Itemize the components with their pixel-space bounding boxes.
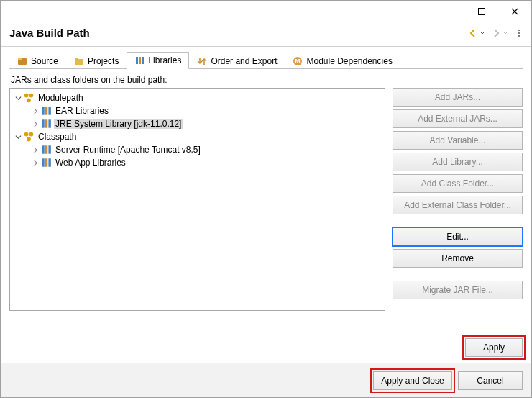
apply-and-close-button[interactable]: Apply and Close [373, 371, 452, 390]
library-icon [40, 144, 52, 155]
library-icon [40, 118, 52, 130]
tree-node-server[interactable]: Server Runtime [Apache Tomcat v8.5] [10, 143, 385, 156]
libraries-icon [134, 55, 145, 65]
library-icon [40, 105, 52, 117]
tree-label: Web App Libraries [54, 158, 127, 168]
svg-rect-21 [48, 119, 50, 127]
remove-button[interactable]: Remove [393, 249, 523, 268]
svg-rect-18 [48, 107, 50, 114]
add-library-button[interactable]: Add Library... [393, 153, 523, 171]
svg-point-14 [29, 94, 34, 98]
tree-node-jre[interactable]: JRE System Library [jdk-11.0.12] [10, 117, 385, 130]
chevron-down-icon[interactable] [13, 93, 23, 103]
svg-point-2 [518, 32, 520, 34]
classpath-icon [23, 131, 35, 143]
svg-rect-28 [42, 158, 44, 166]
svg-rect-27 [48, 145, 50, 153]
tree-node-classpath[interactable]: Classpath [10, 130, 385, 143]
close-button[interactable] [498, 1, 531, 22]
svg-rect-20 [45, 119, 47, 127]
tree-panel[interactable]: Modulepath EAR Libraries JRE System Libr… [9, 88, 385, 311]
menu-icon[interactable] [515, 28, 523, 38]
chevron-right-icon[interactable] [30, 119, 40, 129]
forward-button[interactable] [491, 28, 501, 38]
svg-rect-16 [42, 107, 44, 114]
add-jars-button[interactable]: Add JARs... [393, 88, 523, 107]
maximize-button[interactable] [465, 1, 498, 22]
add-external-class-folder-button[interactable]: Add External Class Folder... [393, 196, 523, 214]
description-label: JARs and class folders on the build path… [11, 75, 523, 85]
dialog-header: Java Build Path [1, 22, 531, 47]
tab-projects-label: Projects [88, 56, 119, 66]
svg-rect-6 [75, 59, 83, 65]
tree-node-webapp[interactable]: Web App Libraries [10, 156, 385, 169]
svg-point-1 [518, 30, 520, 31]
svg-point-15 [27, 99, 31, 103]
svg-point-23 [29, 132, 34, 137]
apply-button[interactable]: Apply [465, 338, 523, 357]
add-class-folder-button[interactable]: Add Class Folder... [393, 174, 523, 193]
svg-point-22 [24, 132, 29, 137]
tab-source[interactable]: Source [9, 52, 66, 69]
tab-libraries-label: Libraries [148, 55, 181, 65]
edit-button[interactable]: Edit... [393, 227, 523, 246]
tree-label: Classpath [37, 132, 78, 142]
tab-modules[interactable]: M Module Dependencies [285, 52, 400, 69]
svg-text:M: M [295, 58, 301, 65]
svg-rect-17 [45, 107, 47, 114]
tabbar: Source Projects Libraries Order and Expo… [9, 51, 523, 69]
tab-modules-label: Module Dependencies [306, 56, 392, 66]
svg-rect-25 [42, 145, 44, 153]
tab-libraries[interactable]: Libraries [127, 52, 189, 69]
nav-icons [468, 28, 523, 38]
svg-rect-10 [142, 57, 144, 64]
chevron-right-icon[interactable] [30, 145, 40, 155]
chevron-right-icon[interactable] [30, 106, 40, 116]
add-external-jars-button[interactable]: Add External JARs... [393, 109, 523, 128]
forward-dropdown-icon[interactable] [503, 28, 508, 38]
chevron-down-icon[interactable] [13, 132, 23, 142]
svg-rect-8 [136, 57, 138, 64]
order-icon [197, 56, 207, 66]
modulepath-icon [23, 92, 35, 104]
cancel-button[interactable]: Cancel [458, 371, 523, 390]
tab-projects[interactable]: Projects [66, 52, 127, 69]
tree-node-modulepath[interactable]: Modulepath [10, 91, 385, 104]
svg-rect-26 [45, 145, 47, 153]
dialog-title: Java Build Path [9, 27, 468, 39]
svg-rect-7 [75, 58, 78, 60]
tree-label: EAR Libraries [54, 106, 110, 116]
tree-node-ear[interactable]: EAR Libraries [10, 104, 385, 117]
svg-rect-0 [479, 9, 485, 15]
svg-rect-19 [42, 119, 44, 127]
back-button[interactable] [468, 28, 478, 38]
tab-order[interactable]: Order and Export [189, 52, 285, 69]
svg-point-13 [24, 94, 29, 98]
modules-icon: M [293, 56, 303, 66]
library-icon [40, 157, 52, 168]
chevron-right-icon[interactable] [30, 158, 40, 168]
svg-rect-30 [48, 158, 50, 166]
titlebar [1, 1, 531, 22]
back-dropdown-icon[interactable] [480, 28, 485, 38]
svg-point-3 [518, 35, 520, 37]
tab-order-label: Order and Export [211, 56, 277, 66]
tree-label: Modulepath [37, 93, 85, 103]
svg-rect-29 [45, 158, 47, 166]
migrate-jar-button[interactable]: Migrate JAR File... [393, 281, 523, 299]
projects-icon [74, 56, 84, 66]
tree-label: Server Runtime [Apache Tomcat v8.5] [54, 145, 202, 155]
add-variable-button[interactable]: Add Variable... [393, 131, 523, 150]
dialog-footer: Apply and Close Cancel [1, 363, 531, 397]
svg-rect-9 [139, 57, 141, 64]
svg-rect-5 [18, 58, 22, 60]
source-icon [17, 56, 27, 66]
side-button-column: Add JARs... Add External JARs... Add Var… [393, 88, 523, 311]
tab-source-label: Source [31, 56, 58, 66]
tree-label: JRE System Library [jdk-11.0.12] [54, 119, 183, 129]
svg-point-24 [27, 137, 31, 142]
